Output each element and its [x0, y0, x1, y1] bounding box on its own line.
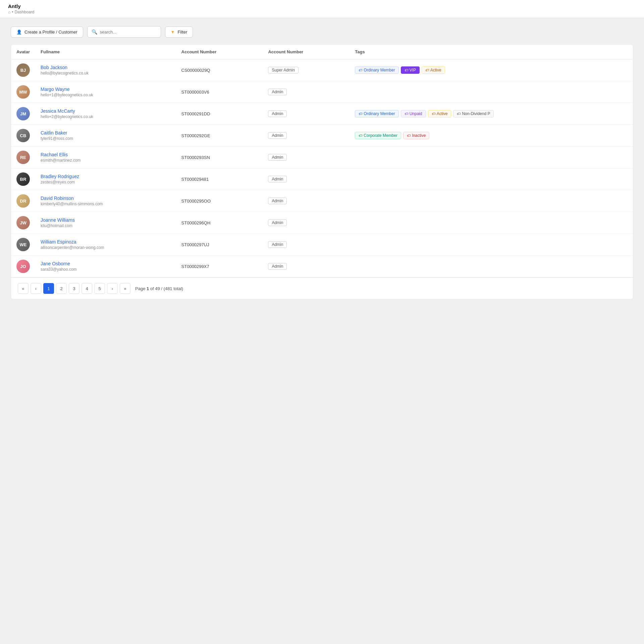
page-btn-2[interactable]: 2 [56, 283, 67, 294]
role-cell: Admin [263, 103, 350, 125]
role-badge: Admin [268, 132, 287, 139]
fullname-link[interactable]: Jane Osborne [41, 261, 70, 266]
fullname-link[interactable]: Rachael Ellis [41, 152, 68, 157]
fullname-link[interactable]: Joanne Williams [41, 217, 75, 223]
email: hello@bytecognetics.co.uk [41, 71, 171, 75]
role-cell: Admin [263, 168, 350, 190]
table-row: BR Bradley Rodriguez zestes@reyes.com ST… [11, 168, 633, 190]
tag-icon-vip: 🏷 [405, 68, 408, 72]
account-number-cell: ST0000297UJ [176, 234, 263, 256]
page-prev-button[interactable]: ‹ [31, 283, 41, 294]
tag-icon-active: 🏷 [425, 68, 429, 72]
avatar-cell: JO [11, 256, 35, 277]
person-icon: 👤 [16, 30, 22, 35]
fullname-link[interactable]: Bob Jackson [41, 65, 67, 70]
tag-active: 🏷 Active [422, 66, 445, 74]
search-box[interactable]: 🔍 [87, 26, 161, 38]
page-next-button[interactable]: › [107, 283, 118, 294]
avatar-cell: DR [11, 190, 35, 212]
fullname-cell: Joanne Williams kliu@hotmail.com [35, 212, 176, 234]
tags-cell: 🏷 Ordinary Member 🏷 VIP 🏷 Active [350, 59, 633, 81]
table-row: WE William Espinoza allisoncarpenter@mor… [11, 234, 633, 256]
page-first-button[interactable]: « [18, 283, 29, 294]
page-btn-5[interactable]: 5 [94, 283, 105, 294]
account-number-cell: ST0000296QH [176, 212, 263, 234]
col-fullname: Fullname [35, 45, 176, 59]
role-badge: Admin [268, 110, 287, 117]
table-row: MW Margo Wayne hello+1@bytecognetics.co.… [11, 81, 633, 103]
tag-corporate: 🏷 Corporate Member [355, 132, 401, 139]
members-table: Avatar Fullname Account Number Account N… [11, 45, 633, 277]
role-badge: Admin [268, 198, 287, 204]
tags-cell [350, 212, 633, 234]
avatar-cell: BR [11, 168, 35, 190]
avatar: WE [16, 238, 30, 251]
account-number: ST0000003V6 [181, 90, 209, 95]
search-input[interactable] [100, 30, 157, 35]
fullname-link[interactable]: Jessica McCarty [41, 108, 75, 114]
tags-cell: 🏷 Corporate Member 🏷 Inactive [350, 125, 633, 147]
account-number: ST0000297UJ [181, 242, 209, 247]
tag-icon-active: 🏷 [432, 112, 435, 116]
tag-icon-non-dividend: 🏷 [457, 112, 461, 116]
create-profile-button[interactable]: 👤 Create a Profile / Customer [11, 26, 83, 38]
account-number-cell: ST0000291DD [176, 103, 263, 125]
account-number-cell: ST0000295OO [176, 190, 263, 212]
email: allisoncarpenter@moran-wong.com [41, 245, 171, 250]
create-profile-label: Create a Profile / Customer [24, 30, 77, 35]
role-badge: Admin [268, 176, 287, 182]
filter-button[interactable]: ▼ Filter [165, 26, 193, 38]
table-row: JW Joanne Williams kliu@hotmail.com ST00… [11, 212, 633, 234]
fullname-link[interactable]: Caitlin Baker [41, 130, 67, 136]
avatar-cell: MW [11, 81, 35, 103]
fullname-link[interactable]: Margo Wayne [41, 87, 70, 92]
breadcrumb-separator: • [12, 10, 13, 14]
filter-label: Filter [177, 30, 187, 35]
filter-icon: ▼ [171, 30, 175, 35]
role-cell: Admin [263, 81, 350, 103]
page-info: Page 1 of 49 / (481 total) [135, 286, 183, 291]
breadcrumb-dashboard[interactable]: Dashboard [14, 10, 34, 14]
avatar-cell: BJ [11, 59, 35, 81]
table-row: CB Caitlin Baker tyler91@ross.com ST0000… [11, 125, 633, 147]
role-cell: Admin [263, 147, 350, 168]
account-number-cell: ST000029481 [176, 168, 263, 190]
toolbar: 👤 Create a Profile / Customer 🔍 ▼ Filter [11, 26, 633, 38]
tag-icon-inactive: 🏷 [407, 133, 411, 138]
tags-cell [350, 168, 633, 190]
page-btn-3[interactable]: 3 [69, 283, 79, 294]
account-number: CS00000029Q [181, 68, 210, 73]
email: hello+2@bytecognetics.co.uk [41, 114, 171, 119]
app-header: Antly ⌂ • Dashboard [0, 0, 644, 18]
fullname-link[interactable]: Bradley Rodriguez [41, 174, 79, 179]
table-row: JM Jessica McCarty hello+2@bytecognetics… [11, 103, 633, 125]
tag-ordinary: 🏷 Ordinary Member [355, 66, 398, 74]
page-btn-1[interactable]: 1 [43, 283, 54, 294]
account-number-cell: CS00000029Q [176, 59, 263, 81]
fullname-cell: Bradley Rodriguez zestes@reyes.com [35, 168, 176, 190]
fullname-cell: Bob Jackson hello@bytecognetics.co.uk [35, 59, 176, 81]
fullname-link[interactable]: William Espinoza [41, 239, 76, 245]
page-last-button[interactable]: » [120, 283, 130, 294]
fullname-cell: David Robinson kimberly40@mullins-simmon… [35, 190, 176, 212]
email: kimberly40@mullins-simmons.com [41, 202, 171, 206]
tag-icon-corporate: 🏷 [359, 133, 362, 138]
table-container: Avatar Fullname Account Number Account N… [11, 44, 633, 300]
tag-active: 🏷 Active [428, 110, 451, 117]
tag-ordinary: 🏷 Ordinary Member [355, 110, 398, 117]
role-badge: Admin [268, 219, 287, 226]
app-title: Antly [8, 3, 636, 9]
col-account-number-1: Account Number [176, 45, 263, 59]
page-btn-4[interactable]: 4 [82, 283, 92, 294]
tag-unpaid: 🏷 Unpaid [401, 110, 426, 117]
account-number: ST0000296QH [181, 220, 211, 225]
role-badge: Super Admin [268, 67, 299, 73]
table-row: JO Jane Osborne sara33@yahoo.com ST00002… [11, 256, 633, 277]
role-cell: Admin [263, 125, 350, 147]
account-number-cell: ST0000299X7 [176, 256, 263, 277]
role-cell: Admin [263, 256, 350, 277]
role-badge: Admin [268, 154, 287, 161]
table-row: RE Rachael Ellis esmith@martinez.com ST0… [11, 147, 633, 168]
fullname-link[interactable]: David Robinson [41, 196, 74, 201]
avatar: BJ [16, 63, 30, 77]
